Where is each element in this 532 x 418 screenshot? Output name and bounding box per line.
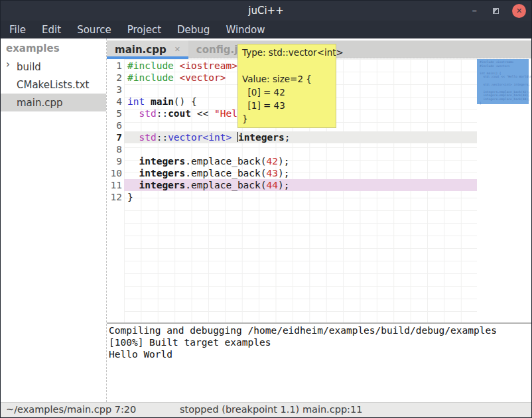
code-token <box>127 108 139 119</box>
tooltip-line: Value: size=2 { <box>242 72 332 86</box>
code-line[interactable]: integers.emplace_back(43); <box>124 167 477 179</box>
code-token: ); <box>278 180 289 190</box>
status-file-position: ~/examples/main.cpp 7:20 <box>6 404 136 415</box>
code-token: cout <box>168 108 191 119</box>
file-tree-sidebar: examples ›buildCMakeLists.txtmain.cpp <box>1 38 107 402</box>
code-line[interactable]: integers.emplace_back(42); <box>124 155 477 167</box>
code-line[interactable]: } <box>124 191 477 203</box>
minimap-code-preview: #include <iostream> #include <vector> in… <box>477 59 529 105</box>
line-number: 9 <box>107 155 124 167</box>
code-token: .emplace_back( <box>185 156 266 167</box>
menu-bar: FileEditSourceProjectDebugWindow <box>1 21 531 38</box>
code-token: :: <box>157 132 168 143</box>
sidebar-item-label: CMakeLists.txt <box>17 79 89 91</box>
code-token: 43 <box>267 168 278 178</box>
window-title: juCi++ <box>248 5 283 17</box>
code-token <box>145 96 151 107</box>
code-line[interactable]: std::vector<int> integers; <box>124 131 477 143</box>
code-token: int <box>127 96 145 107</box>
code-token: ; <box>285 132 291 143</box>
code-token <box>127 156 139 167</box>
project-root-label: examples <box>1 38 106 58</box>
tab-close-icon[interactable]: ✕ <box>174 45 180 54</box>
code-token: .emplace_back( <box>185 180 266 190</box>
sidebar-item-label: build <box>17 61 41 73</box>
menu-item-file[interactable]: File <box>1 21 34 38</box>
console-line: Compiling and debugging /home/eidheim/ex… <box>109 324 531 336</box>
menu-item-window[interactable]: Window <box>218 21 273 38</box>
code-token: #include <box>127 72 180 83</box>
code-token: << <box>191 108 214 119</box>
tooltip-line: } <box>242 112 332 125</box>
app-window: juCi++ – ✕ FileEditSourceProjectDebugWin… <box>0 0 532 418</box>
code-token: integers <box>238 132 285 143</box>
code-token: <vector> <box>180 72 226 83</box>
line-number: 2 <box>107 72 124 84</box>
sidebar-item-main-cpp[interactable]: main.cpp <box>1 94 106 111</box>
debug-value-tooltip: Type: std::vector<int> Value: size=2 { [… <box>237 44 336 128</box>
code-token: :: <box>157 108 168 119</box>
code-token: std <box>139 108 156 119</box>
code-token: integers <box>139 180 185 190</box>
minimap-visible-region[interactable]: #include <iostream> #include <vector> in… <box>477 59 529 104</box>
code-token: ); <box>278 156 289 167</box>
code-token <box>127 132 139 143</box>
status-bar: ~/examples/main.cpp 7:20 stopped (breakp… <box>1 402 531 417</box>
code-token: vector<int> <box>168 132 232 143</box>
code-token: } <box>127 192 133 202</box>
line-number: 11 <box>107 179 124 191</box>
tab-label: main.cpp <box>115 44 166 56</box>
code-token: 44 <box>267 180 278 190</box>
close-icon[interactable]: ✕ <box>512 4 526 18</box>
code-token: ); <box>278 168 289 178</box>
code-line[interactable]: integers.emplace_back(44); <box>124 179 477 191</box>
line-number: 7 <box>107 131 124 143</box>
tab-main-cpp[interactable]: main.cpp✕ <box>107 40 188 58</box>
menu-item-edit[interactable]: Edit <box>34 21 69 38</box>
restore-icon[interactable] <box>493 8 499 14</box>
code-token: std <box>139 132 156 143</box>
tooltip-line: Type: std::vector<int> <box>242 46 332 59</box>
line-number: 10 <box>107 167 124 179</box>
sidebar-item-label: main.cpp <box>17 97 63 109</box>
code-token: integers <box>139 156 185 167</box>
line-number: 8 <box>107 143 124 155</box>
code-token: integers <box>139 168 185 178</box>
line-number: 3 <box>107 84 124 96</box>
line-number: 4 <box>107 96 124 107</box>
code-line[interactable] <box>124 143 477 155</box>
code-token: () { <box>174 96 197 107</box>
window-controls: – ✕ <box>470 1 527 21</box>
code-token: #include <box>127 60 180 71</box>
minimize-icon[interactable]: – <box>470 7 480 14</box>
chevron-right-icon[interactable]: › <box>6 58 10 70</box>
menu-item-debug[interactable]: Debug <box>169 21 218 38</box>
tooltip-line <box>242 59 332 72</box>
code-token: 42 <box>267 156 278 167</box>
line-number-gutter: 123456789101112 <box>107 60 124 203</box>
status-debug-state: stopped (breakpoint 1.1) main.cpp:11 <box>180 404 362 415</box>
code-token <box>232 132 237 143</box>
debug-console[interactable]: Compiling and debugging /home/eidheim/ex… <box>107 322 531 402</box>
console-line: [100%] Built target examples <box>109 336 531 348</box>
code-token: main <box>151 96 174 107</box>
line-number: 5 <box>107 107 124 119</box>
console-line: Hello World <box>109 348 531 360</box>
tooltip-line: [0] = 42 <box>242 86 332 99</box>
sidebar-item-cmakelists-txt[interactable]: CMakeLists.txt <box>1 76 106 94</box>
line-number: 1 <box>107 60 124 72</box>
line-number: 12 <box>107 191 124 203</box>
code-token <box>127 168 139 178</box>
code-token <box>127 180 139 190</box>
code-token: <iostream> <box>180 60 237 71</box>
menu-item-source[interactable]: Source <box>69 21 119 38</box>
menu-item-project[interactable]: Project <box>119 21 169 38</box>
code-token: .emplace_back( <box>185 168 266 178</box>
line-number: 6 <box>107 119 124 131</box>
sidebar-item-build[interactable]: ›build <box>1 58 106 76</box>
tooltip-line: [1] = 43 <box>242 99 332 112</box>
minimap[interactable]: #include <iostream> #include <vector> in… <box>477 59 529 322</box>
title-bar: juCi++ – ✕ <box>1 1 531 21</box>
